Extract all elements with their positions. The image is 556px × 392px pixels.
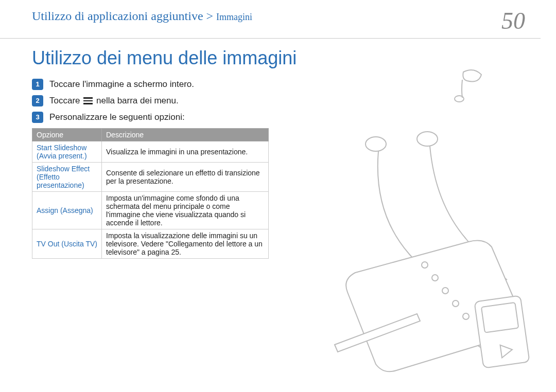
option-description: Consente di selezionare un effetto di tr… bbox=[102, 162, 269, 191]
step-badge: 1 bbox=[32, 79, 43, 90]
option-name: Slideshow Effect (Effetto presentazione) bbox=[32, 162, 102, 191]
option-description: Imposta la visualizzazione delle immagin… bbox=[102, 229, 269, 258]
breadcrumb-main: Utilizzo di applicazioni aggiuntive > bbox=[32, 9, 216, 23]
option-name: Start Slideshow (Avvia present.) bbox=[32, 141, 102, 162]
step-text: Personalizzare le seguenti opzioni: bbox=[49, 112, 185, 122]
decorative-illustration bbox=[309, 57, 546, 376]
option-description: Imposta un'immagine come sfondo di una s… bbox=[102, 191, 269, 229]
svg-rect-8 bbox=[474, 295, 529, 368]
options-table: Opzione Descrizione Start Slideshow (Avv… bbox=[32, 128, 269, 259]
step-text: Toccare nella barra dei menu. bbox=[49, 96, 179, 106]
breadcrumb: Utilizzo di applicazioni aggiuntive > Im… bbox=[32, 9, 252, 23]
option-name: TV Out (Uscita TV) bbox=[32, 229, 102, 258]
page-header: Utilizzo di applicazioni aggiuntive > Im… bbox=[0, 0, 541, 39]
svg-point-1 bbox=[366, 137, 386, 151]
svg-point-0 bbox=[455, 96, 464, 102]
breadcrumb-sub: Immagini bbox=[216, 12, 252, 22]
svg-point-3 bbox=[422, 262, 428, 268]
svg-point-6 bbox=[453, 300, 459, 307]
step-badge: 2 bbox=[32, 95, 43, 106]
svg-point-7 bbox=[463, 313, 469, 319]
table-row: Slideshow Effect (Effetto presentazione)… bbox=[32, 162, 269, 191]
step-badge: 3 bbox=[32, 112, 43, 123]
svg-point-2 bbox=[417, 132, 438, 146]
svg-point-5 bbox=[442, 288, 448, 294]
option-name: Assign (Assegna) bbox=[32, 191, 102, 229]
main-content: Utilizzo dei menu delle immagini 1 Tocca… bbox=[0, 39, 299, 259]
page-number: 50 bbox=[501, 9, 525, 33]
svg-rect-9 bbox=[481, 302, 518, 333]
step-item: 1 Toccare l'immagine a schermo intero. bbox=[32, 79, 299, 90]
step-text: Toccare l'immagine a schermo intero. bbox=[49, 79, 194, 90]
step-item: 2 Toccare nella barra dei menu. bbox=[32, 95, 299, 106]
page-title: Utilizzo dei menu delle immagini bbox=[32, 48, 299, 68]
table-row: Assign (Assegna) Imposta un'immagine com… bbox=[32, 191, 269, 229]
menu-icon bbox=[83, 97, 93, 104]
option-description: Visualizza le immagini in una presentazi… bbox=[102, 141, 269, 162]
svg-point-4 bbox=[432, 275, 438, 281]
table-header-description: Descrizione bbox=[102, 128, 269, 141]
steps-list: 1 Toccare l'immagine a schermo intero. 2… bbox=[32, 79, 299, 123]
svg-marker-10 bbox=[500, 344, 513, 358]
table-header-option: Opzione bbox=[32, 128, 102, 141]
table-row: TV Out (Uscita TV) Imposta la visualizza… bbox=[32, 229, 269, 258]
table-row: Start Slideshow (Avvia present.) Visuali… bbox=[32, 141, 269, 162]
step-item: 3 Personalizzare le seguenti opzioni: bbox=[32, 112, 299, 123]
